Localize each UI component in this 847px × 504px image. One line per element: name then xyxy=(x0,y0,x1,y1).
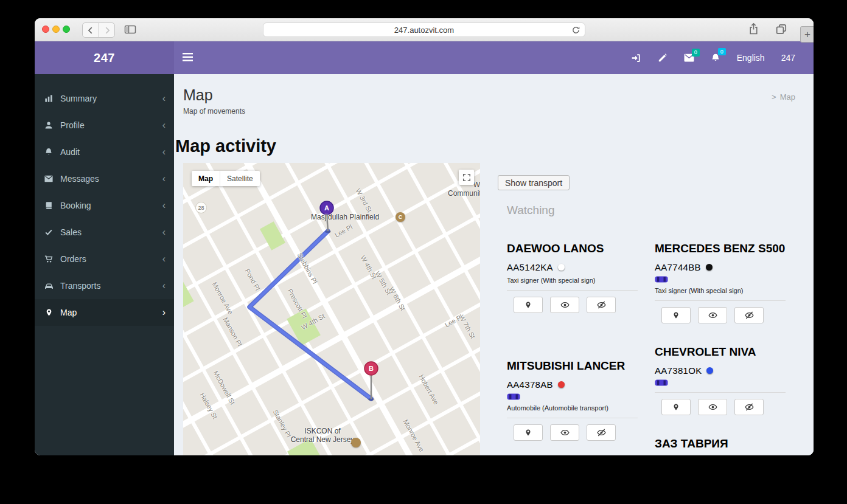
route-shield: 28 xyxy=(195,202,207,213)
back-button[interactable] xyxy=(83,23,99,37)
plus-icon: + xyxy=(804,29,810,40)
map-marker-icon xyxy=(672,311,680,319)
hamburger-icon xyxy=(183,53,193,61)
account-menu[interactable]: 247 xyxy=(781,53,795,63)
eye-icon xyxy=(560,428,570,437)
sidebar-item-booking[interactable]: Booking ‹ xyxy=(35,192,174,219)
poi-iskcon-icon[interactable] xyxy=(351,438,361,447)
car-top-icon xyxy=(507,393,520,400)
vehicle-type: Automobile (Automobile transport) xyxy=(507,404,638,412)
unwatch-button[interactable] xyxy=(587,297,616,313)
unwatch-button[interactable] xyxy=(734,399,764,415)
page-header: Map Map of movements xyxy=(183,86,245,116)
forward-button[interactable] xyxy=(99,23,114,37)
status-dot xyxy=(558,264,565,271)
brand-text: 247 xyxy=(94,51,115,65)
chevron-left-icon: ‹ xyxy=(162,280,166,291)
reload-button[interactable] xyxy=(571,26,580,35)
history-nav xyxy=(82,22,115,38)
vehicle-name: ЗАЗ ТАВРИЯ xyxy=(655,437,786,451)
sidebar-item-orders[interactable]: Orders ‹ xyxy=(35,246,174,272)
book-icon xyxy=(43,201,54,210)
unwatch-button[interactable] xyxy=(734,307,764,323)
vehicle-card-daewoo-lanos: DAEWOO LANOS AA5142KA Taxi signer (With … xyxy=(507,242,638,313)
sign-in-button[interactable] xyxy=(631,53,641,63)
vehicle-plate-row: AA7381OK xyxy=(655,365,786,376)
edit-button[interactable] xyxy=(658,53,667,63)
marker-b-label: B xyxy=(369,365,374,372)
share-icon xyxy=(748,23,759,35)
share-button[interactable] xyxy=(748,23,759,35)
minimize-window-button[interactable] xyxy=(52,26,60,33)
watch-button[interactable] xyxy=(698,307,727,323)
vehicle-card-mercedes-s500: MERCEDES BENZ S500 AA7744BB Taxi signer … xyxy=(655,242,786,323)
sidebar-item-messages[interactable]: Messages ‹ xyxy=(35,165,174,192)
close-window-button[interactable] xyxy=(42,26,49,33)
breadcrumb-current: Map xyxy=(780,92,795,102)
notifications-button[interactable]: 0 xyxy=(711,53,720,63)
vehicle-actions xyxy=(655,307,786,323)
bell-icon xyxy=(43,148,54,156)
divider xyxy=(655,392,786,393)
vehicle-plate-row: AA5142KA xyxy=(507,262,638,272)
user-icon xyxy=(43,121,54,129)
app-brand[interactable]: 247 xyxy=(35,41,174,74)
navbar-right-group: 0 0 English 247 xyxy=(631,53,814,63)
map-marker-icon xyxy=(672,403,680,411)
toolbar-right-group xyxy=(748,23,787,35)
vehicle-type: Taxi signer (With special sign) xyxy=(507,277,638,284)
watch-button[interactable] xyxy=(550,297,579,313)
chevron-right-icon xyxy=(103,26,111,35)
locate-button[interactable] xyxy=(514,424,543,441)
sidebar-item-transports[interactable]: Transports ‹ xyxy=(35,272,174,299)
map-marker-icon xyxy=(43,308,54,317)
divider xyxy=(507,418,638,418)
watch-button[interactable] xyxy=(550,424,579,441)
map-type-satellite-button[interactable]: Satellite xyxy=(220,171,260,186)
watching-label: Watching xyxy=(507,204,555,217)
messages-button[interactable]: 0 xyxy=(684,54,694,62)
chevron-right-icon: › xyxy=(162,307,166,318)
status-dot xyxy=(706,264,713,271)
sidebar-item-label: Profile xyxy=(60,120,162,130)
language-menu[interactable]: English xyxy=(737,53,765,63)
chevron-left-icon: ‹ xyxy=(162,254,166,264)
sidebar-menu: Summary ‹ Profile ‹ Audit ‹ xyxy=(35,74,174,326)
eye-slash-icon xyxy=(745,311,754,320)
map-canvas[interactable]: A B W 3rd St Lee Pl W 4th St W 5th St W … xyxy=(183,163,480,455)
locate-button[interactable] xyxy=(661,307,691,323)
address-bar[interactable]: 247.autozvit.com xyxy=(263,22,585,37)
sidebar-item-profile[interactable]: Profile ‹ xyxy=(35,112,174,139)
sidebar-toggle-button[interactable] xyxy=(124,24,136,36)
map-marker-icon xyxy=(525,429,532,437)
menu-toggle-button[interactable] xyxy=(183,53,193,63)
reload-icon xyxy=(571,26,580,35)
chevron-left-icon: ‹ xyxy=(162,227,166,238)
poi-masjid-icon[interactable]: C xyxy=(396,212,405,222)
map-fullscreen-button[interactable] xyxy=(459,170,474,185)
vehicle-actions xyxy=(507,297,638,313)
unwatch-button[interactable] xyxy=(587,424,616,441)
locate-button[interactable] xyxy=(514,297,543,313)
new-tab-button[interactable]: + xyxy=(800,26,814,43)
locate-button[interactable] xyxy=(661,399,691,415)
tab-overview-button[interactable] xyxy=(776,23,787,35)
vehicle-name: DAEWOO LANOS xyxy=(507,242,638,256)
sidebar: Summary ‹ Profile ‹ Audit ‹ xyxy=(35,74,174,455)
divider xyxy=(507,290,638,291)
cart-icon xyxy=(43,255,54,263)
sidebar-item-label: Summary xyxy=(60,94,162,103)
show-transport-button[interactable]: Show transport xyxy=(498,175,570,190)
watch-button[interactable] xyxy=(698,399,727,415)
vehicle-plate: AA5142KA xyxy=(507,262,553,272)
page-title: Map xyxy=(183,86,245,104)
map-type-map-button[interactable]: Map xyxy=(192,171,220,186)
car-icon xyxy=(43,281,54,291)
sidebar-item-audit[interactable]: Audit ‹ xyxy=(35,139,174,165)
sidebar-item-summary[interactable]: Summary ‹ xyxy=(35,85,174,112)
vehicle-actions xyxy=(655,399,786,415)
zoom-window-button[interactable] xyxy=(63,26,70,33)
vehicle-column-left: DAEWOO LANOS AA5142KA Taxi signer (With … xyxy=(507,242,638,455)
sidebar-item-sales[interactable]: Sales ‹ xyxy=(35,219,174,246)
sidebar-item-map[interactable]: Map › xyxy=(35,299,174,326)
